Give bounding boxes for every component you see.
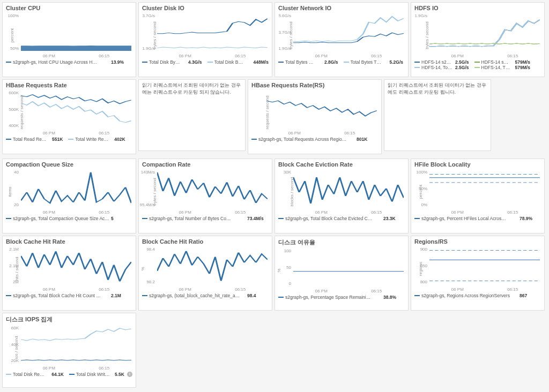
chart-legend: s2graph-gs, Host CPU Usage Across H…13.9…: [6, 59, 132, 65]
chart-area[interactable]: hits / second 2.1M2.1M2M 06 PM06:15: [6, 246, 132, 292]
x-ticks: 06 PM06:15: [157, 210, 268, 215]
chart-panel-block-hit-ratio[interactable]: Block Cache Hit Ratio % 98.498.2 06 PM06…: [138, 236, 272, 311]
chart-legend: s2graph-gs, (total_block_cache_hit_rate_…: [142, 293, 269, 298]
chart-area[interactable]: blocks / second 30K 06 PM06:15: [278, 169, 405, 215]
y-ticks: 100%50%: [6, 13, 20, 51]
chart-area[interactable]: requests / second 600K500K400K 06 PM06:1…: [6, 89, 132, 135]
x-ticks: 06 PM06:15: [429, 54, 540, 58]
y-ticks: 5.6G/s3.7G/s1.9G/s: [278, 13, 292, 51]
y-ticks: 900850800: [414, 247, 428, 284]
x-ticks: 06 PM06:15: [293, 210, 404, 215]
y-ticks: 4020: [6, 170, 20, 207]
chart-title: HBase Requests Rate(RS): [251, 82, 378, 88]
chart-legend: s2graph-gs, Total Block Cache Hit Count …: [6, 293, 132, 298]
chart-area[interactable]: percent 100%50%0% 06 PM06:15: [414, 169, 541, 215]
x-ticks: 06 PM06:15: [266, 131, 377, 135]
chart-area[interactable]: items 4020 06 PM06:15: [6, 169, 132, 215]
x-ticks: 06 PM06:15: [293, 54, 404, 58]
chart-area[interactable]: percent 100%50% 06 PM06:15: [6, 12, 132, 58]
y-ticks: 60K40K20K: [6, 326, 20, 363]
chart-note: 읽기 리퀘스트에서 조회된 데이터가 없는 경우에는 리퀘스트수로 카운팅 되지…: [138, 79, 246, 151]
chart-legend: HDFS-14 s2…2.5G/sHDFS-14 s…579M/sHDFS-14…: [414, 59, 541, 70]
chart-panel-cluster-net-io[interactable]: Cluster Network IO bytes / second 5.6G/s…: [274, 2, 409, 77]
chart-title: Cluster CPU: [6, 5, 132, 11]
y-ticks: 100500: [278, 248, 292, 286]
chart-area[interactable]: bytes / second 3.7G/s1.9G/s 06 PM06:15: [142, 12, 269, 58]
chart-panel-disk-iops[interactable]: 디스크 IOPS 집계 ios / second 60K40K20K 06 PM…: [2, 313, 136, 388]
chart-title: Compaction Rate: [142, 161, 269, 168]
x-ticks: 06 PM06:15: [21, 287, 131, 292]
chart-legend: s2graph-gs, Total Compaction Queue Size …: [6, 216, 132, 221]
chart-legend: Total Read Re…551K Total Write Re…402K: [6, 137, 132, 142]
y-ticks: 1.9G/s: [414, 13, 428, 51]
chart-legend: Total Bytes …2.8G/s Total Bytes T…5.2G/s: [278, 59, 405, 65]
chart-legend: s2graph-gs, Percentage Space Remaini…38.…: [278, 295, 405, 300]
chart-legend: Total Disk Re…64.1K Total Disk Writ…5.5K…: [6, 372, 132, 377]
chart-title: HDFS IO: [414, 5, 541, 11]
chart-title: HBase Requests Rate: [6, 82, 132, 88]
y-ticks: 2.1M2.1M2M: [6, 247, 20, 284]
chart-panel-cluster-disk-io[interactable]: Cluster Disk IO bytes / second 3.7G/s1.9…: [138, 2, 272, 77]
y-ticks: 143M/s95.4M/s: [142, 170, 156, 207]
x-ticks: 06 PM06:15: [21, 131, 131, 135]
chart-title: Regions/RS: [414, 238, 541, 245]
y-ticks: 3.7G/s1.9G/s: [142, 13, 156, 51]
chart-area[interactable]: bytes / second 5.6G/s3.7G/s1.9G/s 06 PM0…: [278, 12, 405, 58]
chart-panel-hdfs-io[interactable]: HDFS IO bytes / second 1.9G/s 06 PM06:15…: [411, 2, 545, 77]
y-ticks: 100%50%0%: [414, 170, 428, 207]
chart-title: 디스크 여유율: [278, 238, 405, 246]
y-ticks: 30K: [278, 170, 292, 207]
x-ticks: 06 PM06:15: [157, 287, 268, 292]
chart-title: Cluster Disk IO: [142, 5, 269, 11]
panel-note-group: HBase Requests Rate requests / second 60…: [2, 79, 246, 154]
x-ticks: 06 PM06:15: [429, 287, 540, 292]
chart-title: 디스크 IOPS 집계: [6, 315, 132, 323]
chart-area[interactable]: bytes / second 143M/s95.4M/s 06 PM06:15: [142, 169, 269, 215]
x-ticks: 06 PM06:15: [21, 366, 131, 371]
chart-panel-block-hit-rate[interactable]: Block Cache Hit Rate hits / second 2.1M2…: [2, 236, 136, 311]
chart-legend: Total Disk By…4.3G/s Total Disk B…448M/s: [142, 59, 269, 65]
chart-title: HFile Block Locality: [414, 161, 541, 168]
chart-area[interactable]: ios / second 60K40K20K 06 PM06:15: [6, 325, 132, 371]
x-ticks: 06 PM06:15: [429, 210, 540, 215]
chart-note: 읽기 리퀘스트에서 조회된 데이터가 없는 경우에도 리퀘스트로 카운팅 됩니다…: [384, 79, 491, 151]
x-ticks: 06 PM06:15: [21, 54, 131, 58]
panel-note-group: HBase Requests Rate(RS) requests / secon…: [248, 79, 491, 154]
chart-panel-disk-free[interactable]: 디스크 여유율 % 100500 06 PM06:15 s2graph-gs, …: [274, 236, 409, 311]
y-ticks: 600K500K400K: [6, 91, 20, 128]
chart-title: Block Cache Hit Rate: [6, 238, 132, 245]
chart-panel-cluster-cpu[interactable]: Cluster CPU percent 100%50% 06 PM06:15 s…: [2, 2, 136, 77]
x-ticks: 06 PM06:15: [157, 54, 268, 58]
chart-legend: s2graph-gs, Total Requests Across Regio……: [251, 137, 378, 142]
y-ticks: 98.498.2: [142, 247, 156, 284]
x-ticks: 06 PM06:15: [293, 289, 404, 293]
chart-area[interactable]: bytes / second 1.9G/s 06 PM06:15: [414, 12, 541, 58]
chart-legend: s2graph-gs, Total Number of Bytes Co…73.…: [142, 216, 269, 221]
y-ticks: [251, 91, 265, 128]
chart-panel-compaction-rate[interactable]: Compaction Rate bytes / second 143M/s95.…: [138, 159, 272, 233]
chart-panel-compaction-queue[interactable]: Compaction Queue Size items 4020 06 PM06…: [2, 159, 136, 233]
chart-panel-hfile-locality[interactable]: HFile Block Locality percent 100%50%0% 0…: [411, 159, 545, 233]
chart-panel-hbase-req-rate-rs[interactable]: HBase Requests Rate(RS) requests / secon…: [248, 79, 382, 154]
chart-title: Block Cache Hit Ratio: [142, 238, 269, 245]
chart-title: Compaction Queue Size: [6, 161, 132, 168]
info-icon[interactable]: i: [127, 372, 132, 377]
chart-panel-block-evict[interactable]: Block Cache Eviction Rate blocks / secon…: [274, 159, 409, 233]
chart-panel-hbase-req-rate[interactable]: HBase Requests Rate requests / second 60…: [2, 79, 136, 154]
chart-title: Cluster Network IO: [278, 5, 405, 11]
chart-legend: s2graph-gs, Regions Across RegionServers…: [414, 293, 541, 298]
chart-area[interactable]: requests / second 06 PM06:15: [251, 89, 378, 135]
chart-area[interactable]: regions 900850800 06 PM06:15: [414, 246, 541, 292]
x-ticks: 06 PM06:15: [21, 210, 131, 215]
chart-panel-regions-rs[interactable]: Regions/RS regions 900850800 06 PM06:15 …: [411, 236, 545, 311]
chart-area[interactable]: % 98.498.2 06 PM06:15: [142, 246, 269, 292]
chart-legend: s2graph-gs, Percent HFiles Local Acros…7…: [414, 216, 541, 221]
chart-area[interactable]: % 100500 06 PM06:15: [278, 247, 405, 293]
chart-legend: s2graph-gs, Total Block Cache Evicted C……: [278, 216, 405, 221]
dashboard-grid: Cluster CPU percent 100%50% 06 PM06:15 s…: [2, 2, 547, 388]
chart-title: Block Cache Eviction Rate: [278, 161, 405, 168]
